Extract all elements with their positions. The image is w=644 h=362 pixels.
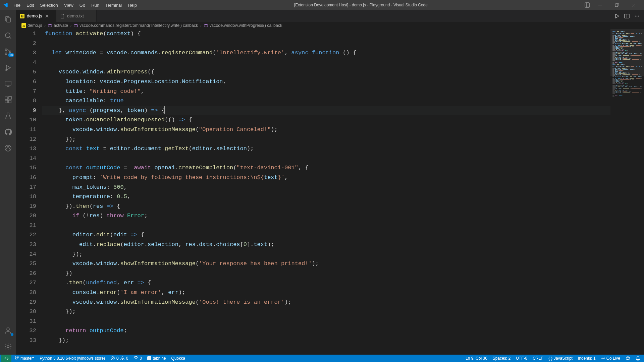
more-actions-icon[interactable]	[633, 12, 641, 20]
line-number: 14	[16, 154, 36, 164]
editor[interactable]: 1234567891011121314151617181920212223242…	[16, 29, 644, 355]
code-line[interactable]: console.error('I am error', err);	[42, 288, 610, 298]
status-bell-icon[interactable]	[633, 355, 643, 362]
tab-demo-txt[interactable]: demo.txt	[56, 10, 97, 22]
status-eol[interactable]: CRLF	[530, 355, 545, 362]
code-line[interactable]: })	[42, 269, 610, 279]
minimap[interactable]	[610, 29, 644, 355]
svg-rect-18	[8, 100, 11, 103]
code-line[interactable]: location: vscode.ProgressLocation.Notifi…	[42, 77, 610, 87]
breadcrumb-item[interactable]: activate	[48, 23, 68, 28]
code-line[interactable]	[42, 39, 610, 49]
breadcrumb-item[interactable]: vscode.commands.registerCommand('Intelle…	[73, 23, 198, 28]
code-line[interactable]	[42, 317, 610, 326]
breadcrumb-item[interactable]: JSdemo.js	[21, 23, 42, 28]
code-line[interactable]: edit.replace(editor.selection, res.data.…	[42, 240, 610, 250]
line-number: 30	[16, 307, 36, 317]
status-golive[interactable]: Go Live	[599, 355, 623, 362]
code-line[interactable]: vscode.window.withProgress({	[42, 67, 610, 77]
run-file-icon[interactable]	[613, 12, 621, 20]
split-editor-icon[interactable]	[623, 12, 631, 20]
code-line[interactable]: return outputCode;	[42, 326, 610, 336]
breadcrumb-icon: JS	[21, 23, 26, 28]
accounts-icon[interactable]	[0, 322, 16, 339]
status-quokka[interactable]: Quokka	[169, 355, 187, 362]
code-line[interactable]: const outputCode = await openai.createCo…	[42, 163, 610, 173]
menu-run[interactable]: Run	[89, 1, 102, 9]
line-number: 18	[16, 192, 36, 202]
gitlens-icon[interactable]	[0, 140, 16, 156]
code-line[interactable]	[42, 58, 610, 68]
menu-view[interactable]: View	[61, 1, 76, 9]
github-icon[interactable]	[0, 124, 16, 140]
code-area[interactable]: function activate(context) { let writeCo…	[42, 29, 610, 355]
code-line[interactable]: .then(undefined, err => {	[42, 278, 610, 288]
status-indents[interactable]: Indents: 1	[576, 355, 598, 362]
minimize-button[interactable]	[592, 0, 608, 10]
code-line[interactable]: let writeCode = vscode.commands.register…	[42, 48, 610, 58]
breadcrumb-item[interactable]: vscode.window.withProgress() callback	[204, 23, 282, 28]
code-line[interactable]: prompt: `Write code by following these i…	[42, 173, 610, 183]
tab-demo-js[interactable]: JSdemo.js	[16, 10, 56, 22]
breadcrumb[interactable]: JSdemo.js›activate›vscode.commands.regis…	[16, 22, 644, 29]
status-lncol[interactable]: Ln 9, Col 36	[463, 355, 490, 362]
code-line[interactable]: vscode.window.showInformationMessage("Op…	[42, 125, 610, 135]
svg-point-21	[7, 328, 9, 330]
svg-rect-17	[5, 100, 8, 103]
code-line[interactable]: vscode.window.showInformationMessage('Yo…	[42, 259, 610, 269]
svg-point-45	[136, 358, 137, 359]
menu-help[interactable]: Help	[125, 1, 140, 9]
status-feedback-icon[interactable]	[623, 355, 633, 362]
maximize-button[interactable]	[609, 0, 625, 10]
layout-customize-icon[interactable]	[582, 0, 592, 10]
menu-selection[interactable]: Selection	[37, 1, 60, 9]
settings-gear-icon[interactable]	[0, 339, 16, 355]
status-problems[interactable]: 0 0	[108, 355, 130, 362]
branch-label: master*	[20, 356, 34, 361]
svg-text:JS: JS	[21, 15, 24, 18]
status-python[interactable]: Python 3.8.10 64-bit (windows store)	[37, 355, 107, 362]
tab-label: demo.txt	[67, 13, 84, 18]
source-control-icon[interactable]: 18	[0, 44, 16, 60]
chevron-right-icon: ›	[70, 23, 71, 28]
status-language[interactable]: { } JavaScript	[546, 355, 575, 362]
menu-terminal[interactable]: Terminal	[103, 1, 124, 9]
remote-indicator[interactable]	[1, 355, 11, 362]
close-window-button[interactable]	[626, 0, 641, 10]
line-number: 10	[16, 115, 36, 125]
explorer-icon[interactable]	[0, 11, 16, 27]
remote-explorer-icon[interactable]	[0, 76, 16, 92]
code-line[interactable]: token.onCancellationRequested(() => {	[42, 115, 610, 125]
code-line[interactable]	[42, 154, 610, 164]
status-branch[interactable]: master*	[12, 355, 37, 362]
status-ports[interactable]: 0	[131, 355, 144, 362]
menu-edit[interactable]: Edit	[24, 1, 37, 9]
code-line[interactable]: max_tokens: 500,	[42, 183, 610, 192]
status-encoding[interactable]: UTF-8	[514, 355, 530, 362]
code-line[interactable]: });	[42, 307, 610, 317]
code-line[interactable]	[42, 221, 610, 231]
run-debug-icon[interactable]	[0, 60, 16, 76]
code-line[interactable]: });	[42, 336, 610, 346]
errors-count: 0	[116, 356, 119, 361]
code-line[interactable]: });	[42, 135, 610, 144]
code-line[interactable]: const text = editor.document.getText(edi…	[42, 144, 610, 154]
code-line[interactable]: });	[42, 250, 610, 259]
status-tabnine[interactable]: tabnine	[145, 355, 168, 362]
testing-icon[interactable]	[0, 108, 16, 124]
extensions-icon[interactable]	[0, 92, 16, 108]
code-line[interactable]: }).then(res => {	[42, 202, 610, 212]
menu-file[interactable]: File	[11, 1, 23, 9]
code-line[interactable]: function activate(context) {	[42, 29, 610, 39]
menu-go[interactable]: Go	[77, 1, 88, 9]
code-line[interactable]: title: "Writing code!",	[42, 87, 610, 97]
close-tab-icon[interactable]	[44, 13, 50, 19]
search-icon[interactable]	[0, 27, 16, 44]
code-line[interactable]: temperature: 0.5,	[42, 192, 610, 202]
code-line[interactable]: vscode.window.showInformationMessage('Oo…	[42, 298, 610, 307]
status-spaces[interactable]: Spaces: 2	[490, 355, 513, 362]
code-line[interactable]: cancellable: true	[42, 96, 610, 106]
code-line[interactable]: }, async (progress, token) => {	[42, 106, 610, 116]
code-line[interactable]: if (!res) throw Error;	[42, 211, 610, 221]
code-line[interactable]: editor.edit(edit => {	[42, 230, 610, 240]
